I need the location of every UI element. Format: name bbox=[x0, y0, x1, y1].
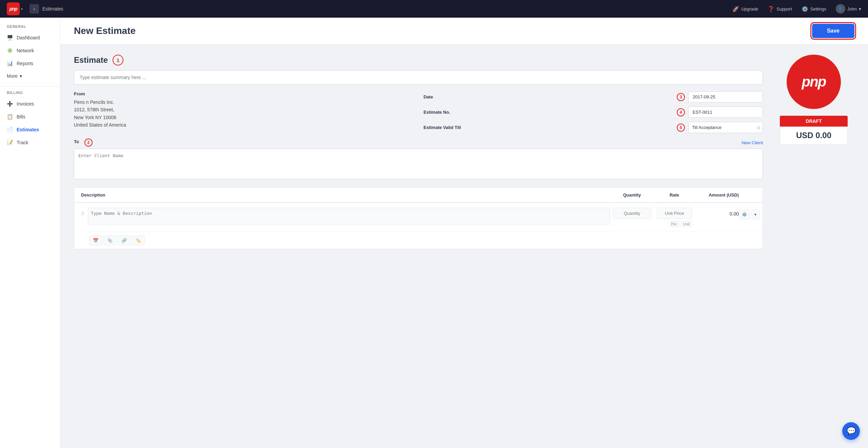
logo-text: pnp bbox=[802, 74, 826, 90]
client-name-input[interactable] bbox=[74, 149, 763, 179]
breadcrumb: Estimates bbox=[42, 6, 63, 12]
draft-badge: DRAFT bbox=[780, 116, 848, 127]
description-input[interactable] bbox=[88, 208, 610, 225]
avatar: 👤 bbox=[836, 4, 845, 14]
row-toolbar: 📅 📎 🔗 🏷️ bbox=[74, 232, 763, 249]
from-line2: 1012, 578th Street, bbox=[74, 106, 413, 113]
chat-button[interactable]: 💬 bbox=[842, 422, 860, 440]
invoices-icon: ➕ bbox=[7, 101, 13, 107]
from-label: From bbox=[74, 91, 413, 96]
per-unit-row: Per Unit bbox=[657, 221, 692, 227]
valid-till-select[interactable]: Till Acceptance 30 Days 60 Days 90 Days … bbox=[688, 122, 763, 133]
sidebar-item-invoices[interactable]: ➕ Invoices bbox=[0, 97, 60, 110]
sidebar-item-dashboard[interactable]: 🖥️ Dashboard bbox=[0, 31, 60, 44]
amount-display: USD 0.00 bbox=[780, 127, 848, 145]
from-section: From Pens n Pencils Inc. 1012, 578th Str… bbox=[74, 91, 413, 133]
page-header: New Estimate Save bbox=[60, 18, 868, 44]
user-menu[interactable]: 👤 John ▾ bbox=[836, 4, 861, 14]
track-icon: 📝 bbox=[7, 139, 13, 146]
more-label: More bbox=[7, 73, 18, 79]
date-row: Date 3 bbox=[423, 91, 763, 102]
bills-icon: 📋 bbox=[7, 114, 13, 120]
quantity-input[interactable] bbox=[613, 208, 651, 219]
sidebar-more-menu[interactable]: More ▾ bbox=[0, 70, 60, 82]
date-fields: Date 3 Estimate No. 4 bbox=[423, 91, 763, 133]
draft-amount-block: DRAFT USD 0.00 bbox=[780, 116, 848, 145]
sidebar: GENERAL 🖥️ Dashboard ✳️ Network 📊 Report… bbox=[0, 18, 60, 448]
amount-cell: 0.00 bbox=[695, 208, 739, 217]
valid-till-label: Estimate Valid Till bbox=[423, 125, 673, 130]
settings-button[interactable]: ⚙️ Settings bbox=[802, 6, 826, 12]
estimate-no-input[interactable] bbox=[688, 107, 763, 118]
step4-badge: 4 bbox=[677, 108, 685, 116]
logo-button[interactable]: pnp bbox=[7, 2, 20, 15]
date-input[interactable] bbox=[688, 91, 763, 102]
sidebar-item-reports[interactable]: 📊 Reports bbox=[0, 57, 60, 70]
row-gear-button[interactable]: ⚙️ bbox=[739, 210, 750, 219]
step5-badge: 5 bbox=[677, 124, 685, 132]
per-label: Per bbox=[669, 221, 679, 227]
step3-badge: 3 bbox=[677, 93, 685, 101]
network-icon: ✳️ bbox=[7, 48, 13, 54]
more-chevron: ▾ bbox=[20, 73, 22, 79]
step1-badge: 1 bbox=[113, 55, 123, 66]
table-row: ⠿ Per Unit bbox=[74, 203, 763, 232]
new-client-button[interactable]: New Client bbox=[742, 140, 763, 145]
layout: GENERAL 🖥️ Dashboard ✳️ Network 📊 Report… bbox=[0, 18, 868, 448]
sidebar-item-estimates[interactable]: 📄 Estimates bbox=[0, 123, 60, 136]
to-section: To 2 New Client bbox=[74, 138, 763, 181]
from-line3: New York NY 10006 bbox=[74, 114, 413, 121]
general-section-title: GENERAL bbox=[0, 24, 60, 31]
from-line4: United States of America bbox=[74, 121, 413, 129]
unit-label: Unit bbox=[680, 221, 692, 227]
sidebar-item-label: Reports bbox=[17, 61, 33, 66]
sidebar-item-label: Bills bbox=[17, 114, 25, 119]
chat-icon: 💬 bbox=[847, 427, 856, 435]
summary-input[interactable] bbox=[74, 70, 763, 85]
unit-price-input[interactable] bbox=[657, 208, 692, 219]
calendar-tool-button[interactable]: 📅 bbox=[89, 236, 102, 245]
reports-icon: 📊 bbox=[7, 60, 13, 67]
back-button[interactable]: ‹ bbox=[29, 4, 39, 14]
estimate-no-label: Estimate No. bbox=[423, 110, 673, 115]
company-logo: pnp bbox=[787, 55, 841, 109]
upgrade-button[interactable]: 🚀 Upgrade bbox=[732, 6, 758, 12]
row-actions: ⚙️ ▾ bbox=[739, 208, 756, 219]
from-line1: Pens n Pencils Inc. bbox=[74, 98, 413, 106]
drag-handle[interactable]: ⠿ bbox=[81, 211, 84, 217]
logo-text: pnp bbox=[9, 6, 17, 12]
step2-badge: 2 bbox=[84, 138, 93, 147]
row-dropdown-button[interactable]: ▾ bbox=[751, 210, 760, 219]
support-label: Support bbox=[776, 6, 792, 12]
logo-chevron[interactable]: ▾ bbox=[21, 7, 23, 11]
tag-tool-button[interactable]: 🏷️ bbox=[132, 236, 145, 245]
upgrade-icon: 🚀 bbox=[732, 6, 739, 12]
col-rate-header: Rate bbox=[654, 192, 695, 198]
col-qty-header: Quantity bbox=[610, 192, 654, 198]
settings-icon: ⚙️ bbox=[802, 6, 808, 12]
support-button[interactable]: ❓ Support bbox=[768, 6, 792, 12]
attach-tool-button[interactable]: 📎 bbox=[103, 236, 116, 245]
dashboard-icon: 🖥️ bbox=[7, 35, 13, 41]
estimate-no-row: Estimate No. 4 bbox=[423, 107, 763, 118]
line-items-table: Description Quantity Rate Amount (USD) ⠿ bbox=[74, 187, 763, 249]
sidebar-item-label: Dashboard bbox=[17, 35, 40, 40]
content-area: Estimate 1 From Pens n Pencils Inc. 1012… bbox=[60, 44, 868, 260]
user-name: John bbox=[847, 6, 857, 12]
page-title: New Estimate bbox=[74, 25, 136, 36]
estimate-heading: Estimate bbox=[74, 55, 108, 65]
upgrade-label: Upgrade bbox=[741, 6, 758, 12]
sidebar-item-network[interactable]: ✳️ Network bbox=[0, 44, 60, 57]
save-button[interactable]: Save bbox=[812, 24, 854, 38]
main-content: New Estimate Save Estimate 1 From bbox=[60, 18, 868, 448]
user-chevron: ▾ bbox=[859, 6, 861, 12]
sidebar-item-track[interactable]: 📝 Track bbox=[0, 136, 60, 149]
sidebar-item-label: Network bbox=[17, 48, 34, 53]
from-address: Pens n Pencils Inc. 1012, 578th Street, … bbox=[74, 98, 413, 129]
link-tool-button[interactable]: 🔗 bbox=[118, 236, 131, 245]
sidebar-item-label: Invoices bbox=[17, 101, 34, 107]
support-icon: ❓ bbox=[768, 6, 774, 12]
sidebar-item-label: Estimates bbox=[17, 127, 39, 132]
sidebar-item-bills[interactable]: 📋 Bills bbox=[0, 110, 60, 123]
table-header: Description Quantity Rate Amount (USD) bbox=[74, 188, 763, 203]
